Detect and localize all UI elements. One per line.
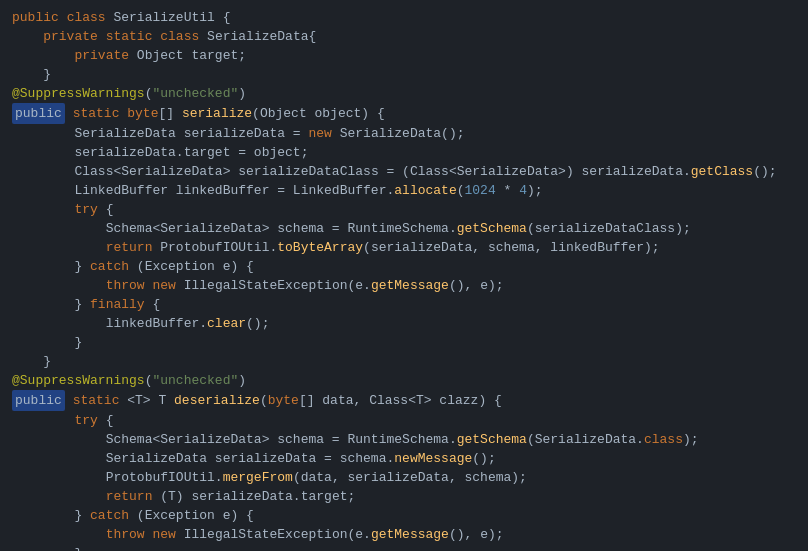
code-token: (	[457, 181, 465, 200]
code-token: finally	[90, 295, 145, 314]
code-token: }	[74, 295, 90, 314]
code-token: (	[145, 84, 153, 103]
code-token: try	[74, 411, 97, 430]
code-token: Object	[129, 46, 191, 65]
code-token: (serializeDataClass);	[527, 219, 691, 238]
code-token	[59, 8, 67, 27]
code-token	[145, 276, 153, 295]
code-token	[65, 391, 73, 410]
code-token: (), e);	[449, 525, 504, 544]
code-token: (Exception e) {	[129, 257, 254, 276]
code-line: LinkedBuffer linkedBuffer = LinkedBuffer…	[0, 181, 808, 200]
code-line: }	[0, 352, 808, 371]
code-token: getClass	[691, 162, 753, 181]
code-token: ;	[347, 487, 355, 506]
code-token: );	[683, 430, 699, 449]
code-token: }	[43, 352, 51, 371]
code-line: return (T) serializeData.target;	[0, 487, 808, 506]
code-line: try {	[0, 411, 808, 430]
code-token: <SerializeData> schema = RuntimeSchema.	[152, 219, 456, 238]
code-token: (SerializeData.	[527, 430, 644, 449]
code-token: {	[98, 411, 114, 430]
code-token: byte	[268, 391, 299, 410]
code-token: []	[158, 104, 181, 123]
code-line: @SuppressWarnings("unchecked")	[0, 84, 808, 103]
code-line: Class<SerializeData> serializeDataClass …	[0, 162, 808, 181]
code-token: return	[106, 238, 153, 257]
code-token: class	[644, 430, 683, 449]
code-token: target	[184, 143, 231, 162]
code-token: (e.	[348, 276, 371, 295]
code-token: [] data,	[299, 391, 369, 410]
code-token: @SuppressWarnings	[12, 84, 145, 103]
code-token: (e.	[348, 525, 371, 544]
code-token: public	[12, 103, 65, 124]
code-token: new	[308, 124, 331, 143]
code-token: }	[74, 333, 82, 352]
code-editor: public class SerializeUtil { private sta…	[0, 0, 808, 551]
code-line: @SuppressWarnings("unchecked")	[0, 371, 808, 390]
code-line: public static byte[] serialize(Object ob…	[0, 103, 808, 124]
code-token	[152, 27, 160, 46]
code-token: catch	[90, 257, 129, 276]
code-token: ();	[753, 162, 776, 181]
code-line: ProtobufIOUtil.mergeFrom(data, serialize…	[0, 468, 808, 487]
code-token: linkedBuffer.	[106, 314, 207, 333]
code-token: serializeData.	[74, 143, 183, 162]
code-token: ProtobufIOUtil.	[152, 238, 277, 257]
code-token: Class	[74, 162, 113, 181]
code-token: private	[43, 27, 98, 46]
code-token: "unchecked"	[152, 84, 238, 103]
code-token: target	[191, 46, 238, 65]
code-line: public class SerializeUtil {	[0, 8, 808, 27]
code-token: throw	[106, 276, 145, 295]
code-line: }	[0, 544, 808, 551]
code-token: (serializeData, schema, linkedBuffer);	[363, 238, 659, 257]
code-line: throw new IllegalStateException(e.getMes…	[0, 525, 808, 544]
code-token: class	[160, 27, 199, 46]
code-token: Class	[410, 162, 449, 181]
code-token: byte	[127, 104, 158, 123]
code-token: static	[73, 391, 120, 410]
code-token: public	[12, 8, 59, 27]
code-token: object) {	[307, 104, 385, 123]
code-line: } finally {	[0, 295, 808, 314]
code-token: }	[74, 544, 82, 551]
code-token: allocate	[394, 181, 456, 200]
code-line: return ProtobufIOUtil.toByteArray(serial…	[0, 238, 808, 257]
code-token: new	[152, 525, 175, 544]
code-token	[119, 104, 127, 123]
code-token: {	[145, 295, 161, 314]
code-line: private Object target;	[0, 46, 808, 65]
code-line: serializeData.target = object;	[0, 143, 808, 162]
code-token	[65, 104, 73, 123]
code-token: *	[496, 181, 519, 200]
code-token: getSchema	[457, 219, 527, 238]
code-token: SerializeData	[340, 124, 441, 143]
code-token: getMessage	[371, 276, 449, 295]
code-token: clear	[207, 314, 246, 333]
code-token: )	[238, 371, 246, 390]
code-line: linkedBuffer.clear();	[0, 314, 808, 333]
code-token: (	[145, 371, 153, 390]
code-token: SerializeUtil {	[106, 8, 231, 27]
code-token: (), e);	[449, 276, 504, 295]
code-token: deserialize	[174, 391, 260, 410]
code-token: ();	[246, 314, 269, 333]
code-token: static	[73, 104, 120, 123]
code-token: IllegalStateException	[184, 525, 348, 544]
code-token: Object	[260, 104, 307, 123]
code-token: target	[301, 487, 348, 506]
code-token: }	[43, 65, 51, 84]
code-token: )	[238, 84, 246, 103]
code-token: {	[98, 200, 114, 219]
code-token: Schema	[106, 219, 153, 238]
code-line: SerializeData serializeData = new Serial…	[0, 124, 808, 143]
code-token: ;	[238, 46, 246, 65]
code-token	[176, 276, 184, 295]
code-token: "unchecked"	[152, 371, 238, 390]
code-line: }	[0, 65, 808, 84]
code-token: class	[67, 8, 106, 27]
code-token: static	[106, 27, 153, 46]
code-token: }	[74, 257, 90, 276]
